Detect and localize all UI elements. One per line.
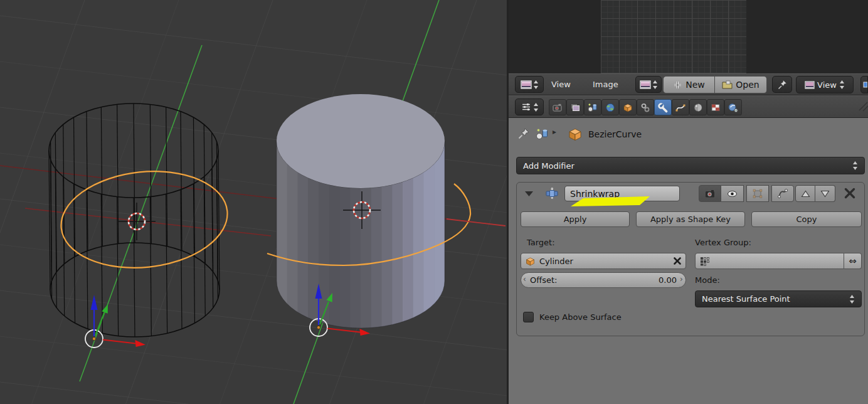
- triangle-up-icon: [801, 190, 810, 198]
- new-button-label: New: [685, 80, 705, 90]
- target-value: Cylinder: [539, 257, 573, 266]
- offset-slider[interactable]: Offset: 0.00: [521, 272, 686, 288]
- apply-button[interactable]: Apply: [521, 211, 630, 227]
- editmode-icon: [752, 188, 763, 199]
- mode-value: Nearest Surface Point: [702, 294, 790, 304]
- image-editor-header: View Image New Open: [509, 73, 868, 95]
- material-icon: [692, 102, 704, 113]
- clear-target-icon[interactable]: [673, 257, 682, 265]
- cylinder-top-cap: [277, 94, 445, 188]
- menu-image[interactable]: Image: [593, 80, 618, 89]
- shrinkwrap-modifier-icon: [544, 186, 559, 201]
- tab-physics[interactable]: [724, 99, 742, 115]
- plus-icon: [673, 80, 682, 90]
- scene-icon: [587, 102, 598, 113]
- updown-arrows-icon: [533, 80, 539, 90]
- constraints-icon: [640, 102, 651, 113]
- properties-header: [509, 95, 868, 118]
- editor-type-selector-properties[interactable]: [515, 98, 544, 115]
- solid-cylinder: [277, 94, 445, 332]
- view-mode-dropdown[interactable]: View: [796, 76, 854, 93]
- keep-above-surface-label: Keep Above Surface: [539, 312, 622, 322]
- updown-arrows-icon: [852, 161, 858, 171]
- delete-modifier-icon[interactable]: [844, 187, 856, 199]
- keep-above-surface-checkbox[interactable]: [523, 312, 534, 322]
- mode-dropdown[interactable]: Nearest Surface Point: [695, 290, 862, 307]
- updown-arrows-icon: [849, 294, 855, 304]
- updown-arrows-icon: [839, 80, 845, 90]
- modifier-name: Shrinkwrap: [570, 189, 620, 199]
- invert-vertex-group-button[interactable]: ⇔: [844, 253, 862, 269]
- add-modifier-dropdown[interactable]: Add Modifier: [516, 157, 865, 174]
- updown-arrows-icon: [652, 80, 658, 90]
- copy-label: Copy: [797, 215, 817, 224]
- shrinkwrap-modifier-panel: Shrinkwrap: [516, 182, 865, 336]
- toggle-apply-on-spline[interactable]: [771, 185, 794, 202]
- curve-data-icon: [675, 102, 686, 113]
- image-icon: [805, 81, 815, 89]
- target-field[interactable]: Cylinder: [521, 253, 686, 269]
- slider-right-arrow-icon[interactable]: ›: [680, 275, 683, 284]
- new-image-button[interactable]: New: [663, 76, 715, 93]
- editor-type-selector[interactable]: [515, 76, 544, 93]
- toggle-render-visibility[interactable]: [699, 185, 721, 202]
- tab-world[interactable]: [601, 99, 619, 115]
- properties-editor-icon: [521, 102, 532, 112]
- folder-icon: [722, 80, 733, 89]
- image-icon: [640, 80, 651, 89]
- area-resize-grip[interactable]: [854, 97, 868, 112]
- tab-render-layers[interactable]: [566, 99, 584, 115]
- apply-label: Apply: [564, 215, 587, 224]
- uv-grid: [601, 0, 746, 73]
- breadcrumb-object-name: BezierCurve: [588, 129, 642, 139]
- tab-texture[interactable]: [707, 99, 724, 115]
- tab-constraints[interactable]: [637, 99, 654, 115]
- physics-icon: [728, 102, 739, 113]
- eye-icon: [726, 189, 738, 199]
- tab-material[interactable]: [689, 99, 707, 115]
- slider-left-arrow-icon[interactable]: ‹: [523, 275, 526, 284]
- vertex-group-field[interactable]: [695, 253, 844, 269]
- menu-view[interactable]: View: [551, 80, 571, 89]
- 3d-viewport[interactable]: [0, 0, 508, 404]
- copy-button[interactable]: Copy: [751, 211, 862, 227]
- object-icon: [622, 102, 633, 113]
- properties-panel: ▸ BezierCurve Add Modifier: [509, 118, 868, 404]
- pin-icon: [777, 79, 788, 90]
- render-slot-icon: [863, 81, 867, 88]
- pin-icon[interactable]: [517, 127, 532, 142]
- toggle-viewport-visibility[interactable]: [721, 185, 744, 202]
- mesh-object-icon: [525, 256, 536, 267]
- tab-object[interactable]: [619, 99, 637, 115]
- view-dropdown-label: View: [817, 80, 837, 90]
- scene-breadcrumb-icon: [535, 127, 550, 141]
- invert-arrows-icon: ⇔: [849, 255, 857, 267]
- apply-as-shape-key-button[interactable]: Apply as Shape Key: [636, 211, 745, 227]
- tab-modifiers[interactable]: [654, 99, 672, 115]
- add-modifier-label: Add Modifier: [523, 161, 574, 171]
- open-button-label: Open: [736, 80, 759, 90]
- world-icon: [605, 102, 616, 113]
- breadcrumb-separator-icon: ▸: [553, 127, 556, 136]
- updown-arrows-icon: [533, 102, 539, 112]
- move-modifier-up-button[interactable]: [795, 185, 815, 202]
- tab-object-data[interactable]: [672, 99, 689, 115]
- wrench-icon: [657, 102, 669, 113]
- move-modifier-down-button[interactable]: [815, 185, 835, 202]
- pin-image-button[interactable]: [772, 76, 792, 93]
- apply-as-shape-key-label: Apply as Shape Key: [650, 215, 731, 224]
- uv-image-editor-canvas[interactable]: [509, 0, 868, 73]
- offset-value: 0.00: [659, 275, 677, 285]
- image-datablock-selector[interactable]: [635, 76, 662, 93]
- open-image-button[interactable]: Open: [715, 76, 767, 93]
- image-editor-icon: [521, 80, 532, 89]
- tab-scene[interactable]: [584, 99, 601, 115]
- render-icon: [552, 102, 563, 113]
- expand-triangle-icon[interactable]: [524, 191, 534, 197]
- camera-icon: [704, 188, 716, 199]
- triangle-down-icon: [820, 190, 830, 198]
- toggle-editmode-display[interactable]: [746, 185, 769, 202]
- render-layers-icon: [569, 102, 581, 113]
- clipped-header-button[interactable]: [860, 76, 868, 93]
- tab-render[interactable]: [549, 99, 566, 115]
